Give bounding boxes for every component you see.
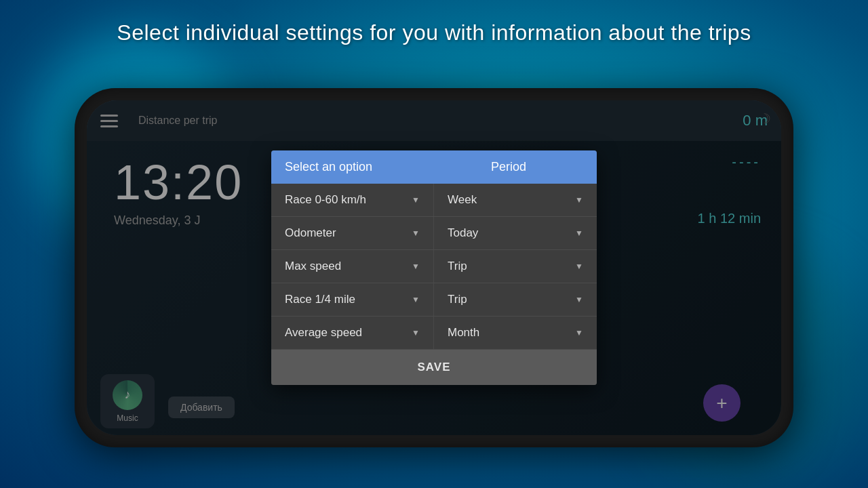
option-cell-3[interactable]: Race 1/4 mile ▼ <box>271 283 434 316</box>
dropdown-arrow: ▼ <box>575 228 583 238</box>
dropdown-arrow: ▼ <box>412 195 420 205</box>
modal-overlay: Select an option Period Race 0-60 km/h ▼… <box>87 100 781 435</box>
device-frame: Distance per trip 0 m ☽ 13:20 Wednesday,… <box>75 88 793 447</box>
dropdown-arrow: ▼ <box>412 328 420 338</box>
device-screen: Distance per trip 0 m ☽ 13:20 Wednesday,… <box>87 100 781 435</box>
option-cell-0[interactable]: Race 0-60 km/h ▼ <box>271 184 434 216</box>
dropdown-arrow: ▼ <box>412 295 420 304</box>
dialog-header-option: Select an option <box>285 160 434 174</box>
page-title: Select individual settings for you with … <box>0 20 868 45</box>
dialog-row: Race 1/4 mile ▼ Trip ▼ <box>271 283 597 317</box>
period-cell-4[interactable]: Month ▼ <box>434 317 597 349</box>
dropdown-arrow: ▼ <box>575 295 583 304</box>
option-cell-2[interactable]: Max speed ▼ <box>271 250 434 283</box>
dialog-row: Max speed ▼ Trip ▼ <box>271 250 597 283</box>
dialog-header: Select an option Period <box>271 150 597 184</box>
dropdown-arrow: ▼ <box>412 228 420 238</box>
settings-dialog: Select an option Period Race 0-60 km/h ▼… <box>271 150 597 385</box>
save-label: SAVE <box>417 361 450 373</box>
dialog-row: Average speed ▼ Month ▼ <box>271 317 597 350</box>
period-cell-0[interactable]: Week ▼ <box>434 184 597 216</box>
dropdown-arrow: ▼ <box>575 195 583 205</box>
app-background: Distance per trip 0 m ☽ 13:20 Wednesday,… <box>87 100 781 435</box>
period-cell-3[interactable]: Trip ▼ <box>434 283 597 316</box>
dialog-header-period: Period <box>434 160 583 174</box>
option-cell-1[interactable]: Odometer ▼ <box>271 217 434 249</box>
dropdown-arrow: ▼ <box>575 262 583 271</box>
option-cell-4[interactable]: Average speed ▼ <box>271 317 434 349</box>
dialog-row: Race 0-60 km/h ▼ Week ▼ <box>271 184 597 217</box>
save-row[interactable]: SAVE <box>271 350 597 385</box>
dropdown-arrow: ▼ <box>412 262 420 271</box>
dropdown-arrow: ▼ <box>575 328 583 338</box>
period-cell-1[interactable]: Today ▼ <box>434 217 597 249</box>
period-cell-2[interactable]: Trip ▼ <box>434 250 597 283</box>
dialog-row: Odometer ▼ Today ▼ <box>271 217 597 250</box>
